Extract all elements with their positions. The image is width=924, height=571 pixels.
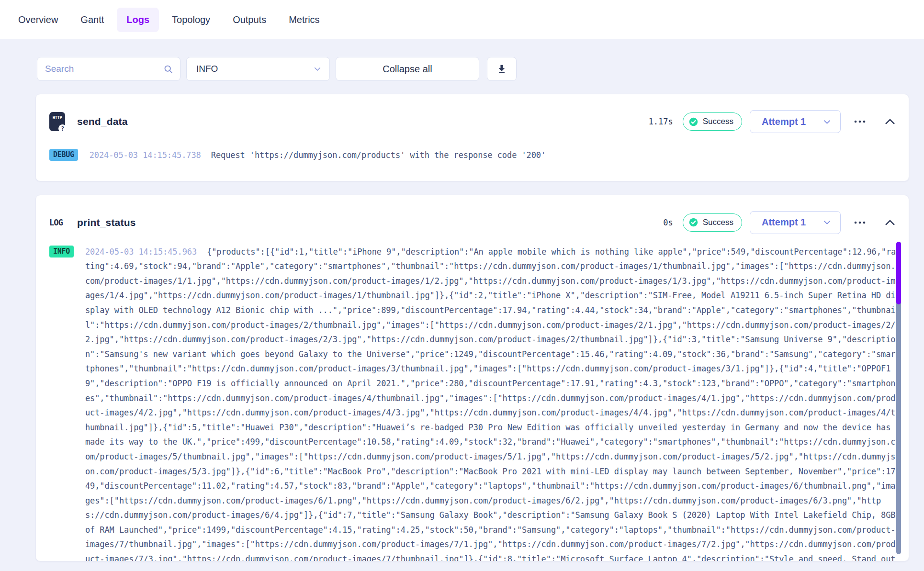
log-scrollbar-thumb[interactable] [896, 242, 901, 304]
log-line: DEBUG 2024-05-03 14:15:45.738Request 'ht… [49, 148, 899, 163]
tab-bar: Overview Gantt Logs Topology Outputs Met… [0, 0, 924, 39]
duration-label: 1.17s [649, 117, 673, 126]
log-message: Request 'https://dummyjson.com/products'… [211, 150, 546, 160]
attempt-dropdown[interactable]: Attempt 1 [750, 110, 841, 133]
tab-metrics[interactable]: Metrics [279, 8, 329, 32]
download-icon [496, 64, 507, 74]
chevron-down-icon [823, 218, 832, 227]
log-level-badge-debug: DEBUG [49, 149, 78, 161]
status-label: Success [703, 117, 733, 126]
http-task-icon: HTTP ? [49, 112, 65, 131]
entry-header: HTTP ? send_data 1.17s Success Attempt 1 [49, 110, 899, 133]
download-logs-button[interactable] [487, 57, 517, 81]
status-badge: Success [683, 112, 742, 131]
tab-topology[interactable]: Topology [162, 8, 220, 32]
more-actions-button[interactable] [854, 120, 866, 123]
search-box [37, 57, 180, 81]
collapse-all-button[interactable]: Collapse all [336, 57, 479, 81]
tab-overview[interactable]: Overview [9, 8, 68, 32]
log-level-filter-value: INFO [196, 64, 218, 74]
log-scrollbar-track[interactable] [896, 242, 901, 554]
log-timestamp: 2024-05-03 14:15:45.738 [90, 150, 201, 160]
log-message: {"products":[{"id":1,"title":"iPhone 9",… [85, 247, 896, 561]
chevron-down-icon [823, 117, 832, 126]
tab-logs[interactable]: Logs [117, 8, 159, 32]
attempt-dropdown-value: Attempt 1 [762, 217, 806, 228]
log-line-text: 2024-05-03 14:15:45.963{"products":[{"id… [85, 245, 899, 561]
entry-header-actions: 1.17s Success Attempt 1 [649, 110, 899, 133]
log-entry-send-data: HTTP ? send_data 1.17s Success Attempt 1 [35, 94, 909, 181]
log-controls: INFO Collapse all [37, 57, 924, 81]
status-badge: Success [683, 213, 742, 232]
status-label: Success [703, 218, 733, 227]
duration-label: 0s [663, 218, 673, 227]
task-title: print_status [77, 217, 136, 228]
search-input[interactable] [45, 64, 163, 74]
chevron-down-icon [313, 65, 322, 73]
more-actions-button[interactable] [854, 221, 866, 224]
attempt-dropdown[interactable]: Attempt 1 [750, 211, 841, 234]
success-check-icon [688, 117, 699, 127]
log-line-text: 2024-05-03 14:15:45.738Request 'https://… [90, 148, 899, 163]
entry-header: LOG print_status 0s Success Attempt 1 [49, 211, 899, 234]
attempt-dropdown-value: Attempt 1 [762, 116, 806, 127]
task-title: send_data [77, 116, 128, 127]
log-task-icon: LOG [49, 218, 65, 227]
log-timestamp: 2024-05-03 14:15:45.963 [85, 247, 197, 257]
http-icon-question: ? [58, 124, 67, 133]
log-entry-print-status: LOG print_status 0s Success Attempt 1 [35, 195, 909, 561]
log-level-badge-info: INFO [49, 246, 74, 258]
success-check-icon [688, 217, 699, 227]
tab-gantt[interactable]: Gantt [71, 8, 113, 32]
collapse-entry-button[interactable] [885, 118, 895, 125]
entry-header-actions: 0s Success Attempt 1 [663, 211, 899, 234]
tab-outputs[interactable]: Outputs [223, 8, 276, 32]
http-icon-label: HTTP [49, 115, 65, 120]
log-level-filter[interactable]: INFO [186, 57, 330, 81]
log-output-viewport: INFO 2024-05-03 14:15:45.963{"products":… [49, 245, 899, 561]
collapse-entry-button[interactable] [885, 219, 895, 226]
log-line: INFO 2024-05-03 14:15:45.963{"products":… [49, 245, 899, 561]
search-icon [163, 64, 173, 74]
